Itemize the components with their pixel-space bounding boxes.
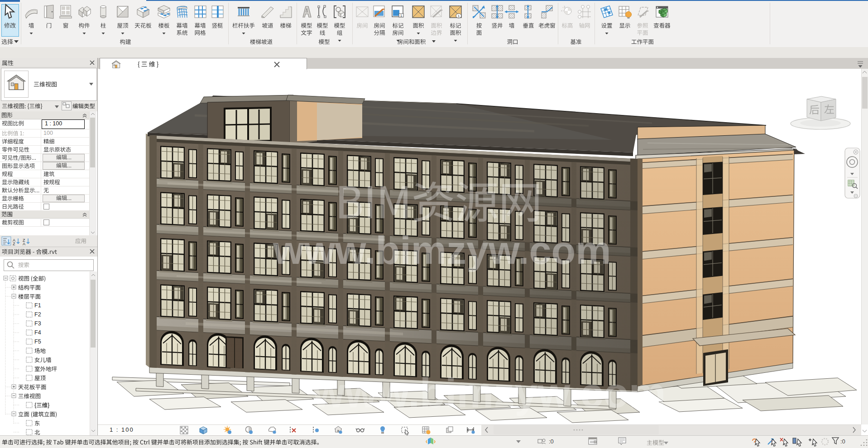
svg-text:www.bimzyw.com: www.bimzyw.com — [312, 370, 666, 416]
svg-text:1: 1 — [458, 14, 460, 18]
svg-text:1: 1 — [400, 14, 403, 18]
svg-text:-1: -1 — [562, 5, 566, 9]
svg-text:www.bimzyw.com: www.bimzyw.com — [273, 228, 611, 272]
